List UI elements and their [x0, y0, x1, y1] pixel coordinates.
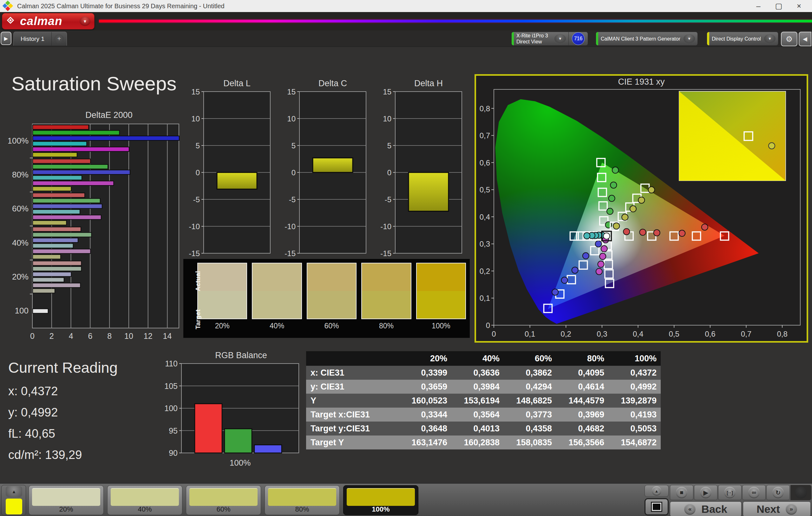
chevron-down-icon[interactable]: ▼ — [684, 34, 695, 43]
rainbow-divider — [99, 20, 812, 23]
green-measured-point — [609, 195, 615, 202]
swatch-label: 40% — [252, 322, 302, 330]
rgb-balance-chart: RGB Balance 1101051009590100% — [155, 351, 304, 473]
table-cell: 0,3564 — [451, 410, 503, 420]
frame-button[interactable]: [··] — [718, 485, 742, 500]
next-button[interactable]: Next » — [743, 502, 811, 516]
swatch-column-80%: 80% — [361, 263, 411, 338]
chevron-down-icon[interactable]: ▼ — [764, 34, 776, 43]
up-arrow-icon: ▲ — [652, 486, 661, 496]
green-measured-point — [610, 182, 617, 188]
svg-text:-15: -15 — [285, 249, 296, 258]
pattern-swatch-20%[interactable]: 20% — [29, 485, 104, 515]
meter-status-stripe — [512, 32, 514, 45]
current-reading: Current Reading x: 0,4372 y: 0,4992 fL: … — [8, 359, 118, 469]
back-label: Back — [701, 503, 727, 515]
reading-cdm2: cd/m²: 139,29 — [8, 448, 118, 462]
table-cell: 0,5053 — [607, 424, 660, 433]
meter-dropdown[interactable]: X-Rite i1Pro 3 Direct View ▼ 716 — [511, 32, 588, 45]
svg-text:0: 0 — [387, 168, 392, 177]
current-reading-title: Current Reading — [8, 359, 118, 376]
settings-button[interactable]: ⚙ — [781, 32, 798, 46]
svg-text:0,8: 0,8 — [480, 104, 490, 113]
loop-button[interactable]: ∞ — [742, 485, 766, 500]
target-swatch — [253, 291, 301, 318]
tab-history-1[interactable]: History 1 + — [13, 32, 67, 45]
pattern-swatch-80%[interactable]: 80% — [264, 485, 340, 515]
delta-l-svg: 151050-5-10-15100% — [186, 88, 273, 275]
swatch-column-40%: 40% — [252, 263, 302, 338]
svg-text:15: 15 — [383, 88, 392, 96]
back-button[interactable]: « Back — [670, 502, 742, 516]
svg-text:10: 10 — [191, 114, 200, 123]
display-window-button[interactable] — [644, 498, 669, 515]
table-cell: 0,3862 — [503, 368, 555, 378]
svg-text:15: 15 — [287, 88, 296, 96]
refresh-button[interactable]: ↻ — [766, 485, 790, 500]
yellow-measured-point — [613, 223, 619, 229]
blue-measured-point — [552, 289, 558, 295]
svg-text:0,2: 0,2 — [561, 330, 571, 338]
red-measured-point — [639, 229, 646, 236]
current-pattern-swatch[interactable] — [6, 498, 22, 514]
collapse-panel-button[interactable]: ◀ — [799, 32, 811, 46]
svg-text:100: 100 — [164, 404, 178, 413]
chevron-down-icon[interactable]: ▼ — [554, 34, 566, 43]
target-swatch — [362, 291, 410, 318]
actual-swatch — [198, 263, 246, 291]
actual-swatch — [253, 263, 301, 291]
svg-text:0,8: 0,8 — [777, 330, 787, 338]
pattern-bar-left-panel: ▲ — [1, 485, 26, 515]
delta-h-svg: 151050-5-10-15100% — [378, 88, 464, 275]
table-row: Y160,0523153,6194148,6825144,4579139,287… — [306, 394, 661, 407]
svg-text:105: 105 — [164, 382, 178, 391]
table-row: Target Y163,1476160,2838158,0835156,3566… — [306, 435, 661, 450]
reading-y: y: 0,4992 — [8, 406, 118, 419]
cyan-measured-point — [584, 233, 590, 239]
close-button[interactable]: × — [794, 2, 804, 10]
table-cell: 0,3969 — [555, 410, 607, 420]
transport-mini-panel: ▲ — [644, 485, 669, 515]
minimize-button[interactable]: – — [754, 2, 763, 10]
window-title: Calman 2025 Calman Ultimate for Business… — [17, 3, 225, 10]
magenta-measured-point — [598, 261, 604, 268]
target-swatch — [417, 291, 465, 318]
table-cell: 0,3399 — [398, 368, 451, 378]
stop-button[interactable]: ■ — [670, 485, 693, 500]
pattern-swatch-40%[interactable]: 40% — [107, 485, 182, 515]
svg-text:110: 110 — [165, 360, 178, 368]
next-label: Next — [756, 503, 780, 515]
plus-icon: + — [54, 34, 64, 44]
tab-scroll-button[interactable]: ▶ — [1, 32, 11, 45]
deltae-chart-title: DeltaE 2000 — [8, 110, 181, 120]
cie-1931-panel: CIE 1931 xy 00,10,20,30,40,50,60,70,800,… — [474, 74, 808, 343]
pattern-chip — [347, 488, 415, 506]
transport-up-button[interactable]: ▲ — [644, 485, 669, 497]
pattern-swatch-100%[interactable]: 100% — [343, 485, 418, 515]
expand-up-button[interactable]: ▲ — [6, 486, 22, 497]
pattern-label: 80% — [265, 505, 339, 513]
swatch-label: 80% — [361, 322, 411, 330]
meter-count-badge[interactable]: 716 — [572, 32, 585, 45]
calman-menu-button[interactable]: calman ▼ — [2, 13, 94, 29]
table-cell: 160,0523 — [398, 396, 451, 406]
delta-h-chart: Delta H 151050-5-10-15100% — [378, 79, 464, 276]
table-cell: 160,2838 — [451, 438, 503, 448]
svg-text:-15: -15 — [189, 249, 200, 258]
swatch-label: 60% — [307, 322, 356, 330]
pattern-chip — [268, 488, 336, 506]
pattern-generator-dropdown[interactable]: CalMAN Client 3 Pattern Generator ▼ — [596, 32, 698, 45]
reading-fl: fL: 40,65 — [8, 427, 118, 441]
chevron-down-icon[interactable]: ▼ — [80, 17, 90, 26]
add-tab-button[interactable]: + — [51, 32, 67, 45]
pattern-swatch-60%[interactable]: 60% — [186, 485, 261, 515]
delta-l-chart: Delta L 151050-5-10-15100% — [186, 79, 273, 276]
svg-text:0,5: 0,5 — [480, 185, 490, 194]
red-measured-point — [623, 229, 630, 235]
blue-measured-point — [583, 253, 589, 259]
play-button[interactable]: ▶ — [694, 485, 718, 500]
svg-text:0,7: 0,7 — [741, 330, 751, 338]
row-label: Target Y — [306, 438, 398, 448]
display-control-dropdown[interactable]: Direct Display Control ▼ — [707, 32, 778, 45]
maximize-button[interactable]: ▢ — [774, 2, 783, 10]
